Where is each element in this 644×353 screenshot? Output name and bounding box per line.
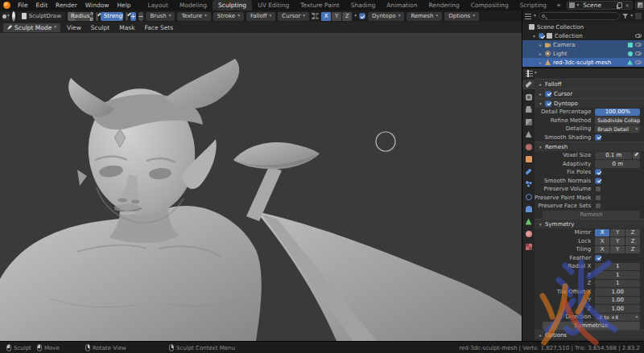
eye-icon[interactable] bbox=[635, 43, 642, 47]
filter-icon[interactable] bbox=[622, 14, 628, 18]
feather-checkbox[interactable] bbox=[595, 255, 601, 261]
tab-uv-editing[interactable]: UV Editing bbox=[252, 0, 295, 10]
active-tool-dropdown[interactable]: ▾ bbox=[2, 12, 10, 21]
view-layer-selector[interactable]: ▾ View Layer × bbox=[635, 1, 644, 10]
tile-offset-z-field[interactable]: 1.00 bbox=[595, 305, 640, 313]
panel-cursor[interactable]: ▸ Cursor bbox=[535, 88, 644, 98]
chevron-down-icon[interactable]: ▾ bbox=[535, 71, 537, 76]
tile-offset-y-field[interactable]: 1.00 bbox=[595, 297, 640, 305]
chevron-down-icon[interactable]: ▾ bbox=[534, 14, 536, 18]
camera-data-icon[interactable] bbox=[628, 43, 633, 47]
lock-y-toggle[interactable]: Y bbox=[610, 237, 625, 245]
outliner-row-light[interactable]: ▸ Light bbox=[522, 49, 644, 58]
tab-scripting[interactable]: Scripting bbox=[514, 0, 552, 10]
lock-x-toggle[interactable]: X bbox=[595, 237, 609, 245]
radial-x-field[interactable]: 1 bbox=[595, 263, 640, 271]
menu-window[interactable]: Window bbox=[82, 2, 113, 9]
direction-dropdown[interactable]: -X to +X▾ bbox=[595, 314, 640, 322]
panel-symmetry[interactable]: ▾ Symmetry bbox=[535, 219, 644, 228]
strength-pressure-icon[interactable] bbox=[126, 12, 128, 21]
detail-percentage-slider[interactable]: 100.00% bbox=[595, 109, 640, 117]
tab-modifiers[interactable] bbox=[522, 167, 535, 177]
tab-material[interactable] bbox=[522, 229, 535, 239]
tab-world[interactable] bbox=[522, 142, 535, 152]
menu-face-sets[interactable]: Face Sets bbox=[142, 24, 177, 31]
menu-render[interactable]: Render bbox=[52, 2, 80, 9]
close-icon[interactable]: × bbox=[624, 2, 630, 9]
tab-constraints[interactable] bbox=[522, 204, 535, 214]
symmetrize-button[interactable]: Symmetrize bbox=[543, 322, 640, 330]
menu-view[interactable]: View bbox=[64, 24, 85, 31]
dyntopo-panel-checkbox[interactable] bbox=[545, 101, 551, 107]
symmetry-x-toggle[interactable]: X bbox=[321, 12, 331, 21]
cursor-menu[interactable]: Cursor▾ bbox=[278, 12, 309, 21]
tile-offset-x-field[interactable]: 1.00 bbox=[595, 288, 640, 296]
eye-icon[interactable] bbox=[635, 60, 642, 64]
mode-selector[interactable]: Sculpt Mode ▾ bbox=[3, 23, 60, 32]
outliner-row-sculpt-mesh[interactable]: ▸ red-3dc-sculpt-mesh bbox=[522, 58, 644, 67]
menu-help[interactable]: Help bbox=[114, 2, 134, 9]
radial-y-field[interactable]: 1 bbox=[595, 271, 640, 279]
options-dropdown[interactable]: Options▾ bbox=[444, 12, 479, 21]
preserve-paint-mask-checkbox[interactable] bbox=[595, 195, 601, 201]
preserve-face-sets-checkbox[interactable] bbox=[595, 203, 601, 209]
falloff-menu[interactable]: Falloff▾ bbox=[246, 12, 275, 21]
dyntopo-checkbox[interactable] bbox=[359, 13, 365, 19]
tab-physics[interactable] bbox=[522, 192, 535, 202]
outliner-search-input[interactable] bbox=[539, 12, 620, 20]
tab-active-tool[interactable] bbox=[522, 80, 535, 89]
tab-texture[interactable] bbox=[522, 242, 535, 252]
texture-menu[interactable]: Texture▾ bbox=[177, 12, 210, 21]
fix-poles-checkbox[interactable] bbox=[595, 169, 601, 175]
tab-particles[interactable] bbox=[522, 179, 535, 189]
preserve-volume-checkbox[interactable] bbox=[595, 186, 601, 192]
refine-method-dropdown[interactable]: Subdivide Collapse▾ bbox=[595, 117, 640, 125]
adaptivity-field[interactable]: 0 m bbox=[595, 160, 640, 168]
tab-sculpting[interactable]: Sculpting bbox=[213, 0, 252, 10]
mirror-y-toggle[interactable]: Y bbox=[610, 229, 625, 237]
brush-name-field[interactable]: SculptDraw bbox=[18, 12, 65, 21]
smooth-shading-checkbox[interactable] bbox=[595, 134, 601, 141]
tab-object-data[interactable] bbox=[522, 217, 535, 227]
symmetry-z-toggle[interactable]: Z bbox=[342, 12, 352, 21]
direction-subtract-button[interactable]: − bbox=[138, 12, 144, 21]
light-data-icon[interactable] bbox=[628, 51, 633, 56]
menu-mask[interactable]: Mask bbox=[116, 24, 138, 31]
brush-menu[interactable]: Brush▾ bbox=[146, 12, 175, 21]
tab-texture-paint[interactable]: Texture Paint bbox=[295, 0, 345, 10]
outliner-row-scene-collection[interactable]: Scene Collection bbox=[522, 23, 644, 31]
radius-pressure-icon[interactable] bbox=[96, 12, 98, 21]
remesh-button[interactable]: Remesh bbox=[543, 211, 640, 219]
editor-type-properties-icon[interactable] bbox=[526, 71, 533, 76]
panel-options[interactable]: ▸ Options bbox=[535, 330, 644, 339]
brush-preview-sphere[interactable] bbox=[12, 11, 15, 22]
add-workspace-button[interactable]: + bbox=[552, 0, 565, 10]
viewport-canvas[interactable] bbox=[0, 33, 522, 341]
tab-render[interactable] bbox=[522, 92, 535, 102]
menu-file[interactable]: File bbox=[14, 2, 31, 9]
panel-falloff[interactable]: ▸ Falloff bbox=[535, 79, 644, 88]
editor-type-outliner-icon[interactable] bbox=[525, 14, 531, 19]
tiling-y-toggle[interactable]: Y bbox=[610, 246, 625, 254]
remesh-dropdown[interactable]: Remesh▾ bbox=[407, 12, 442, 21]
radial-z-field[interactable]: 1 bbox=[595, 280, 640, 288]
menu-sculpt[interactable]: Sculpt bbox=[88, 24, 113, 31]
tab-layout[interactable]: Layout bbox=[142, 0, 174, 10]
outliner-row-collection[interactable]: ▾ Collection bbox=[522, 31, 644, 40]
chevron-right-icon[interactable]: ▸ bbox=[539, 51, 543, 56]
eye-icon[interactable] bbox=[635, 51, 642, 55]
radius-slider[interactable]: Radius 30 px bbox=[68, 12, 93, 21]
new-collection-icon[interactable] bbox=[635, 13, 642, 19]
chevron-right-icon[interactable]: ▸ bbox=[539, 43, 543, 47]
lock-z-toggle[interactable]: Z bbox=[625, 237, 640, 245]
tab-animation[interactable]: Animation bbox=[381, 0, 423, 10]
tab-scene[interactable] bbox=[522, 129, 535, 139]
tab-modeling[interactable]: Modeling bbox=[174, 0, 213, 10]
tab-compositing[interactable]: Compositing bbox=[465, 0, 514, 10]
eyedropper-icon[interactable] bbox=[633, 152, 640, 160]
mirror-z-toggle[interactable]: Z bbox=[625, 229, 640, 237]
mirror-x-toggle[interactable]: X bbox=[595, 229, 609, 237]
tiling-z-toggle[interactable]: Z bbox=[625, 246, 640, 254]
tab-shading[interactable]: Shading bbox=[345, 0, 381, 10]
tab-object[interactable] bbox=[522, 154, 535, 164]
